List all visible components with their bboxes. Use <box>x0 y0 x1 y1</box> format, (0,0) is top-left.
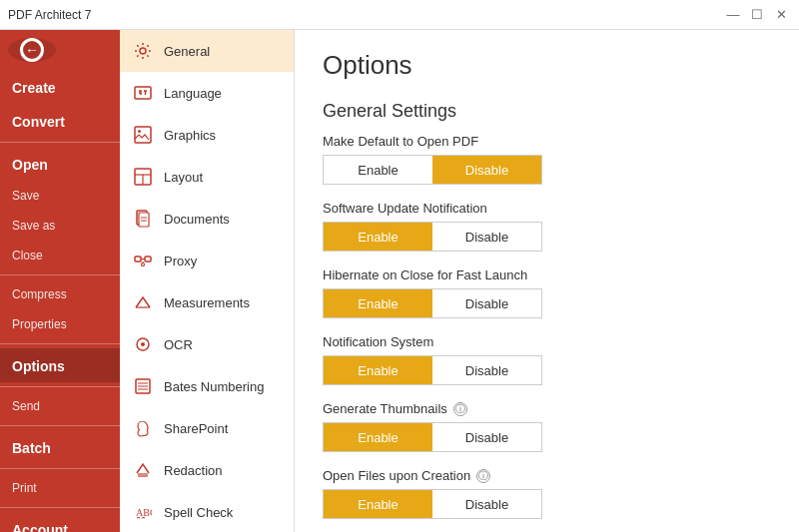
measurements-icon <box>132 291 154 313</box>
sidebar-divider-6 <box>0 468 120 469</box>
toggle-make-default: Enable Disable <box>323 155 542 185</box>
nav-item-general[interactable]: General <box>120 30 294 72</box>
nav-label-spellcheck: Spell Check <box>164 505 233 520</box>
nav-label-proxy: Proxy <box>164 254 197 268</box>
sidebar-divider-5 <box>0 425 120 426</box>
setting-make-default: Make Default to Open PDF Enable Disable <box>323 134 771 185</box>
lang-icon <box>132 82 154 104</box>
toggle-notification-disable[interactable]: Disable <box>432 356 541 384</box>
sidebar-item-batch[interactable]: Batch <box>0 430 120 464</box>
graphics-icon <box>132 124 154 146</box>
nav-label-sharepoint: SharePoint <box>164 421 228 436</box>
svg-point-18 <box>141 342 145 346</box>
toggle-make-default-enable[interactable]: Enable <box>324 156 432 184</box>
toggle-make-default-disable[interactable]: Disable <box>432 156 541 184</box>
info-icon-open-files: ⓘ <box>476 469 490 483</box>
toggle-software-update: Enable Disable <box>323 222 542 252</box>
toggle-notification: Enable Disable <box>323 355 542 385</box>
close-button[interactable]: ✕ <box>771 5 791 25</box>
svg-rect-11 <box>135 257 141 262</box>
sidebar-divider-7 <box>0 507 120 508</box>
sidebar-divider-3 <box>0 343 120 344</box>
nav-item-sharepoint[interactable]: SharePoint <box>120 407 294 449</box>
svg-rect-23 <box>138 473 148 477</box>
nav-item-proxy[interactable]: Proxy <box>120 240 294 281</box>
toggle-software-update-disable[interactable]: Disable <box>432 223 541 251</box>
section-title: General Settings <box>323 101 771 122</box>
page-title: Options <box>323 50 771 81</box>
svg-rect-12 <box>145 257 151 262</box>
layout-icon <box>132 166 154 188</box>
nav-label-graphics: Graphics <box>164 128 216 143</box>
setting-label-thumbnails: Generate Thumbnails ⓘ <box>323 401 771 416</box>
nav-item-spellcheck[interactable]: ABC Spell Check <box>120 491 294 532</box>
gear-icon <box>132 40 154 62</box>
redaction-icon <box>132 459 154 481</box>
nav-label-redaction: Redaction <box>164 463 223 478</box>
nav-label-ocr: OCR <box>164 337 193 352</box>
sidebar-item-compress[interactable]: Compress <box>0 279 120 309</box>
svg-point-14 <box>142 264 145 266</box>
back-button[interactable]: ← <box>8 38 56 62</box>
sidebar-item-print[interactable]: Print <box>0 473 120 503</box>
window-title: PDF Architect 7 <box>8 8 91 22</box>
toggle-hibernate-disable[interactable]: Disable <box>432 289 541 317</box>
nav-item-bates[interactable]: Bates Numbering <box>120 365 294 407</box>
setting-hibernate: Hibernate on Close for Fast Launch Enabl… <box>323 267 771 318</box>
minimize-button[interactable]: — <box>723 5 743 25</box>
sidebar-item-save[interactable]: Save <box>0 181 120 211</box>
sidebar-item-send[interactable]: Send <box>0 391 120 421</box>
nav-item-redaction[interactable]: Redaction <box>120 449 294 491</box>
sidebar-item-close[interactable]: Close <box>0 241 120 270</box>
info-icon-thumbnails: ⓘ <box>453 402 467 416</box>
setting-notification: Notification System Enable Disable <box>323 334 771 385</box>
nav-label-bates: Bates Numbering <box>164 379 264 394</box>
toggle-hibernate-enable[interactable]: Enable <box>324 289 432 317</box>
sidebar-item-convert[interactable]: Convert <box>0 104 120 138</box>
maximize-button[interactable]: ☐ <box>747 5 767 25</box>
documents-icon <box>132 208 154 230</box>
svg-point-3 <box>138 130 141 133</box>
ocr-icon <box>132 333 154 355</box>
toggle-open-files-enable[interactable]: Enable <box>324 490 432 518</box>
nav-item-language[interactable]: Language <box>120 72 294 114</box>
proxy-icon <box>132 250 154 271</box>
sidebar-divider-4 <box>0 386 120 387</box>
setting-label-hibernate: Hibernate on Close for Fast Launch <box>323 267 771 282</box>
sidebar-item-open[interactable]: Open <box>0 147 120 181</box>
toggle-thumbnails: Enable Disable <box>323 422 542 452</box>
svg-rect-1 <box>135 87 151 99</box>
toggle-thumbnails-enable[interactable]: Enable <box>324 423 432 451</box>
nav-item-ocr[interactable]: OCR <box>120 323 294 365</box>
sidebar-item-save-as[interactable]: Save as <box>0 211 120 241</box>
bates-icon <box>132 375 154 397</box>
toggle-open-files: Enable Disable <box>323 489 542 519</box>
sidebar: ← Create Convert Open Save Save as Close… <box>0 30 120 532</box>
window-controls: — ☐ ✕ <box>723 5 791 25</box>
toggle-open-files-disable[interactable]: Disable <box>432 490 541 518</box>
nav-item-graphics[interactable]: Graphics <box>120 114 294 156</box>
sidebar-item-create[interactable]: Create <box>0 70 120 104</box>
nav-label-documents: Documents <box>164 212 230 227</box>
sidebar-item-account[interactable]: Account <box>0 512 120 532</box>
sidebar-item-options[interactable]: Options <box>0 348 120 382</box>
svg-point-0 <box>140 48 146 54</box>
sidebar-nav: Create Convert Open Save Save as Close C… <box>0 70 120 532</box>
sidebar-divider-1 <box>0 142 120 143</box>
nav-label-general: General <box>164 44 210 59</box>
toggle-thumbnails-disable[interactable]: Disable <box>432 423 541 451</box>
nav-item-measurements[interactable]: Measurements <box>120 281 294 323</box>
nav-label-measurements: Measurements <box>164 295 250 310</box>
setting-open-files: Open Files upon Creation ⓘ Enable Disabl… <box>323 468 771 519</box>
toggle-notification-enable[interactable]: Enable <box>324 356 432 384</box>
setting-label-open-files: Open Files upon Creation ⓘ <box>323 468 771 483</box>
setting-software-update: Software Update Notification Enable Disa… <box>323 201 771 252</box>
sidebar-divider-2 <box>0 274 120 275</box>
nav-label-layout: Layout <box>164 170 203 185</box>
svg-rect-8 <box>139 213 149 227</box>
nav-item-layout[interactable]: Layout <box>120 156 294 198</box>
toggle-hibernate: Enable Disable <box>323 288 542 318</box>
toggle-software-update-enable[interactable]: Enable <box>324 223 432 251</box>
sidebar-item-properties[interactable]: Properties <box>0 309 120 339</box>
nav-item-documents[interactable]: Documents <box>120 198 294 240</box>
